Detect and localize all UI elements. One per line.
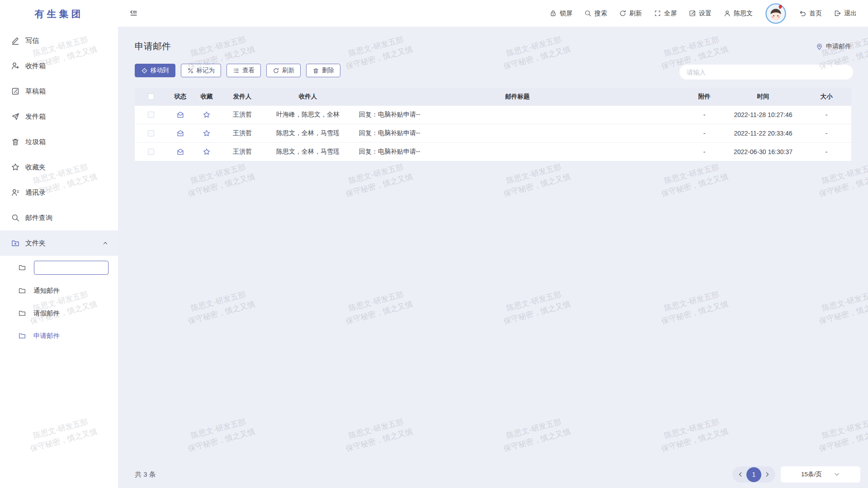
settings-button[interactable]: 设置	[689, 9, 712, 18]
sidebar-folder-application[interactable]: 申请邮件	[0, 324, 118, 347]
folder-icon	[18, 263, 26, 272]
refresh-button[interactable]: 刷新	[619, 9, 642, 18]
home-button[interactable]: 首页	[799, 9, 822, 18]
sidebar-item-folders[interactable]: 文件夹	[0, 230, 118, 256]
current-user[interactable]: 陈思文	[723, 9, 753, 18]
cell-subject[interactable]: 回复：电脑补贴申请--	[351, 148, 684, 156]
sidebar-item-label: 收件箱	[25, 62, 46, 70]
refresh-list-label: 刷新	[282, 67, 294, 74]
select-all-checkbox[interactable]	[148, 94, 154, 100]
sidebar-item-label: 发件箱	[25, 113, 46, 121]
sidebar-item-label: 收藏夹	[25, 163, 46, 172]
mark-as-label: 标记为	[197, 67, 215, 74]
logout-button[interactable]: 退出	[834, 9, 857, 18]
chevron-up-icon[interactable]	[102, 239, 109, 247]
search-icon	[11, 213, 20, 222]
home-label: 首页	[809, 9, 822, 18]
col-favorite: 收藏	[193, 93, 220, 101]
star-icon[interactable]	[203, 148, 211, 156]
sidebar-item-sent[interactable]: 发件箱	[0, 104, 118, 129]
next-page-button[interactable]	[763, 470, 771, 479]
cell-recipients: 陈思文，全林，马雪瑶	[265, 129, 351, 137]
table-row[interactable]: 王洪哲 陈思文，全林，马雪瑶 回复：电脑补贴申请-- - 2022-06-30 …	[135, 143, 851, 161]
sidebar-item-label: 写信	[25, 37, 39, 45]
folder-label: 通知邮件	[33, 286, 60, 295]
inbox-icon	[11, 61, 20, 70]
col-subject: 邮件标题	[351, 93, 684, 101]
sidebar-item-favorites[interactable]: 收藏夹	[0, 155, 118, 180]
search-icon	[584, 9, 592, 17]
page-size-select[interactable]: 15条/页	[781, 466, 860, 483]
folder-label: 申请邮件	[33, 332, 60, 340]
folder-plus-icon	[11, 239, 20, 248]
page-number[interactable]: 1	[746, 467, 761, 482]
sidebar-item-compose[interactable]: 写信	[0, 28, 118, 53]
app-window: 有生集团 写信 收件箱 草稿箱 发件箱 垃圾箱 收藏夹 通讯录	[0, 0, 868, 488]
sidebar-folder-notice[interactable]: 通知邮件	[0, 279, 118, 302]
delete-button[interactable]: 删除	[306, 64, 340, 77]
view-button[interactable]: 查看	[226, 64, 261, 77]
breadcrumb-label: 申请邮件	[826, 42, 851, 51]
refresh-icon	[619, 9, 627, 17]
toolbar: 移动到 标记为 查看 刷新 删除	[135, 64, 340, 77]
move-icon	[141, 67, 148, 74]
sidebar-item-label: 文件夹	[25, 239, 46, 248]
mark-as-button[interactable]: 标记为	[181, 64, 222, 77]
cell-recipients: 陈思文，全林，马雪瑶	[265, 148, 351, 156]
mail-open-icon	[176, 111, 184, 119]
new-folder-input[interactable]	[34, 261, 108, 275]
sidebar-item-trash[interactable]: 垃圾箱	[0, 129, 118, 155]
view-label: 查看	[242, 67, 255, 74]
col-size: 大小	[802, 93, 851, 101]
row-checkbox[interactable]	[148, 112, 154, 118]
menu-fold-icon[interactable]	[129, 9, 138, 18]
fullscreen-button[interactable]: 全屏	[654, 9, 677, 18]
logout-icon	[834, 9, 841, 17]
row-checkbox[interactable]	[148, 130, 154, 136]
cell-subject[interactable]: 回复：电脑补贴申请--	[351, 129, 684, 137]
refresh-list-button[interactable]: 刷新	[266, 64, 301, 77]
delete-label: 删除	[322, 67, 334, 74]
sidebar-item-label: 邮件查询	[25, 214, 52, 222]
fullscreen-label: 全屏	[664, 9, 677, 18]
pagination: 1 15条/页	[732, 466, 860, 483]
sidebar-item-mail-search[interactable]: 邮件查询	[0, 205, 118, 230]
folder-icon	[18, 332, 26, 340]
folder-icon	[18, 286, 26, 295]
col-time: 时间	[725, 93, 802, 101]
list-icon	[233, 67, 240, 74]
avatar[interactable]	[765, 3, 786, 24]
compose-icon	[11, 36, 20, 45]
page-controls: 1	[732, 466, 775, 483]
table-row[interactable]: 王洪哲 叶海峰，陈思文，全林 回复：电脑补贴申请-- - 2022-11-28 …	[135, 106, 851, 124]
table-search-input[interactable]	[679, 65, 853, 80]
refresh-label: 刷新	[629, 9, 642, 18]
sidebar-item-contacts[interactable]: 通讯录	[0, 180, 118, 205]
table-row[interactable]: 王洪哲 陈思文，全林，马雪瑶 回复：电脑补贴申请-- - 2022-11-22 …	[135, 124, 851, 143]
search-label: 搜索	[594, 9, 607, 18]
sidebar-item-inbox[interactable]: 收件箱	[0, 53, 118, 79]
topbar-actions: 锁屏 搜索 刷新 全屏 设置 陈思文	[549, 3, 857, 24]
prev-page-button[interactable]	[736, 470, 745, 479]
topbar: 锁屏 搜索 刷新 全屏 设置 陈思文	[118, 0, 868, 27]
sent-icon	[11, 112, 20, 121]
star-icon[interactable]	[203, 111, 211, 119]
cell-time: 2022-11-22 20:33:46	[725, 130, 802, 137]
cell-size: -	[802, 111, 851, 118]
cell-recipients: 叶海峰，陈思文，全林	[265, 111, 351, 119]
breadcrumb[interactable]: 申请邮件	[816, 42, 851, 51]
row-checkbox[interactable]	[148, 149, 154, 155]
lock-screen-button[interactable]: 锁屏	[549, 9, 572, 18]
sidebar-item-drafts[interactable]: 草稿箱	[0, 79, 118, 104]
sidebar-folder-leave[interactable]: 请假邮件	[0, 302, 118, 324]
lock-icon	[549, 9, 557, 17]
draft-icon	[11, 87, 20, 96]
chevron-down-icon	[834, 471, 840, 478]
star-icon[interactable]	[203, 129, 211, 137]
cell-attachment: -	[684, 130, 725, 137]
move-to-button[interactable]: 移动到	[135, 64, 175, 77]
total-count: 共 3 条	[135, 470, 156, 479]
cell-subject[interactable]: 回复：电脑补贴申请--	[351, 111, 684, 119]
mail-open-icon	[176, 148, 184, 156]
global-search-button[interactable]: 搜索	[584, 9, 607, 18]
